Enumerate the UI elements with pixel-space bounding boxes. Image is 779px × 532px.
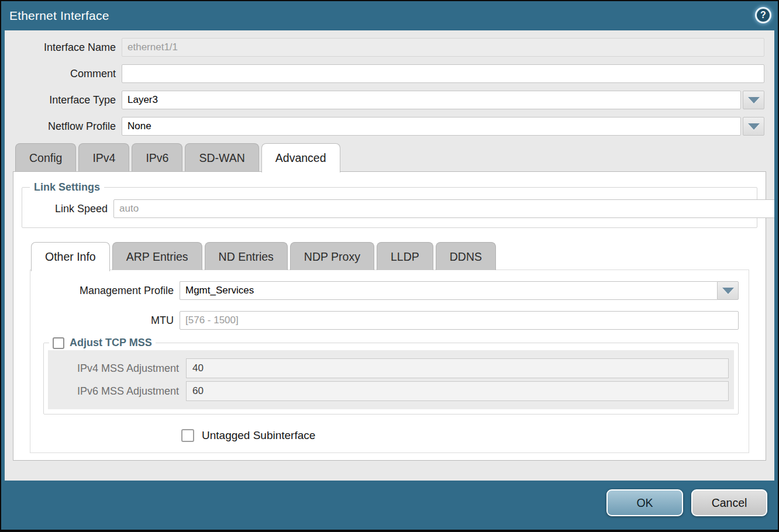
adjust-tcp-mss-legend: Adjust TCP MSS: [49, 337, 156, 349]
subtab-other-info[interactable]: Other Info: [31, 242, 110, 271]
subtab-nd-entries[interactable]: ND Entries: [205, 242, 288, 270]
netflow-profile-label: Netflow Profile: [5, 120, 122, 133]
comment-row: Comment: [5, 64, 764, 83]
footer-bar: OK Cancel: [2, 478, 777, 527]
untagged-subinterface-checkbox[interactable]: [181, 429, 194, 442]
chevron-down-icon: [722, 288, 734, 294]
interface-type-label: Interface Type: [5, 94, 122, 106]
management-profile-select[interactable]: Mgmt_Services: [180, 281, 739, 300]
adjust-tcp-mss-label: Adjust TCP MSS: [70, 337, 152, 349]
comment-field[interactable]: [122, 64, 764, 83]
ipv6-mss-field: [186, 381, 729, 401]
mss-fields-panel: IPv4 MSS Adjustment IPv6 MSS Adjustment: [48, 350, 734, 409]
netflow-profile-value: None: [122, 117, 741, 136]
help-icon[interactable]: ?: [755, 7, 771, 23]
subtab-ddns[interactable]: DDNS: [436, 242, 496, 270]
ethernet-interface-dialog: Ethernet Interface ? Interface Name Comm…: [0, 0, 779, 532]
tab-advanced[interactable]: Advanced: [261, 143, 340, 172]
tab-sd-wan[interactable]: SD-WAN: [185, 143, 258, 171]
netflow-profile-dropdown-button[interactable]: [743, 117, 764, 136]
link-speed-field[interactable]: [113, 199, 774, 218]
adjust-tcp-mss-group: Adjust TCP MSS IPv4 MSS Adjustment IPv6 …: [43, 337, 739, 414]
netflow-profile-row: Netflow Profile None: [5, 117, 764, 136]
management-profile-row: Management Profile Mgmt_Services: [30, 281, 739, 300]
mtu-row: MTU: [30, 311, 739, 330]
dialog-body: Interface Name Comment Interface Type La…: [5, 30, 774, 481]
tab-config[interactable]: Config: [15, 143, 76, 171]
subtab-ndp-proxy[interactable]: NDP Proxy: [290, 242, 374, 270]
adjust-tcp-mss-checkbox[interactable]: [53, 337, 64, 349]
cancel-button[interactable]: Cancel: [691, 489, 767, 516]
ipv6-mss-label: IPv6 MSS Adjustment: [53, 385, 186, 398]
link-speed-label: Link Speed: [27, 203, 113, 215]
mtu-label: MTU: [30, 315, 180, 327]
management-profile-label: Management Profile: [30, 285, 180, 297]
link-settings-legend: Link Settings: [30, 181, 104, 194]
ipv4-mss-field: [186, 358, 729, 378]
interface-type-select[interactable]: Layer3: [122, 91, 764, 109]
other-info-panel: Management Profile Mgmt_Services MTU: [30, 270, 749, 453]
netflow-profile-select[interactable]: None: [122, 117, 764, 136]
tab-ipv6[interactable]: IPv6: [132, 143, 182, 171]
interface-type-value: Layer3: [122, 91, 741, 109]
untagged-subinterface-row: Untagged Subinterface: [181, 429, 749, 442]
interface-type-row: Interface Type Layer3: [5, 91, 764, 109]
tab-ipv4[interactable]: IPv4: [78, 143, 129, 171]
main-tab-bar: Config IPv4 IPv6 SD-WAN Advanced: [5, 143, 774, 171]
management-profile-dropdown-button[interactable]: [717, 281, 739, 300]
ipv6-mss-row: IPv6 MSS Adjustment: [53, 381, 729, 401]
subtab-arp-entries[interactable]: ARP Entries: [112, 242, 202, 270]
management-profile-value: Mgmt_Services: [180, 281, 717, 300]
subtab-lldp[interactable]: LLDP: [377, 242, 433, 270]
title-bar: Ethernet Interface ?: [1, 1, 778, 30]
chevron-down-icon: [748, 123, 760, 130]
comment-label: Comment: [5, 68, 122, 80]
interface-name-label: Interface Name: [5, 42, 122, 54]
ipv4-mss-label: IPv4 MSS Adjustment: [53, 362, 186, 375]
interface-name-field: [122, 38, 764, 57]
link-settings-row: Link Speed Link Duplex Link State auto: [27, 199, 752, 218]
dialog-frame: Ethernet Interface ? Interface Name Comm…: [1, 1, 778, 530]
mtu-field[interactable]: [180, 311, 739, 330]
chevron-down-icon: [748, 97, 760, 103]
advanced-tab-panel: Link Settings Link Speed Link Duplex Lin…: [13, 171, 766, 461]
ok-button[interactable]: OK: [606, 489, 683, 516]
ipv4-mss-row: IPv4 MSS Adjustment: [53, 358, 729, 378]
interface-type-dropdown-button[interactable]: [743, 91, 764, 109]
sub-tab-bar: Other Info ARP Entries ND Entries NDP Pr…: [13, 242, 766, 270]
page-title: Ethernet Interface: [9, 9, 109, 23]
link-settings-group: Link Settings Link Speed Link Duplex Lin…: [22, 181, 757, 228]
untagged-subinterface-label: Untagged Subinterface: [202, 429, 315, 442]
interface-name-row: Interface Name: [5, 38, 764, 57]
